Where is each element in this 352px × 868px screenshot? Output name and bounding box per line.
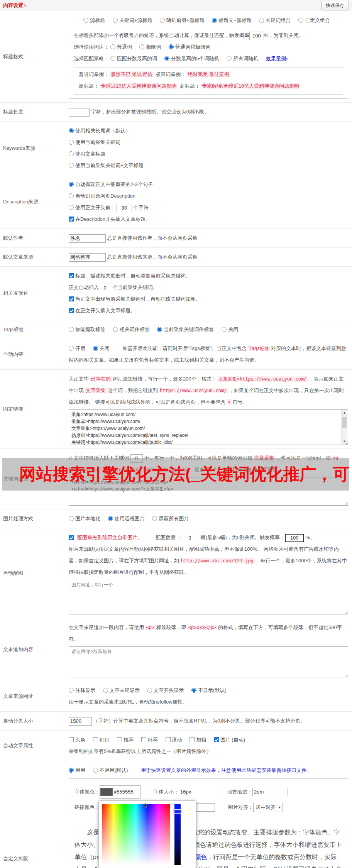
radio-body-prefix[interactable]: 使用正文开头前: [69, 205, 110, 210]
image-align-select[interactable]: 居中对齐 ▾: [253, 803, 283, 812]
trigger-probability-input[interactable]: [249, 32, 264, 40]
image-count-input[interactable]: [181, 534, 199, 542]
title-length-label: 标题长度: [0, 108, 69, 115]
checkbox-featured[interactable]: 特荐: [141, 737, 158, 743]
color-gradient-area[interactable]: +: [102, 804, 170, 865]
radio-localize-images[interactable]: 图片本地化: [69, 516, 100, 521]
font-size-input[interactable]: [179, 788, 214, 796]
resize-handle-icon[interactable]: [344, 673, 348, 677]
code-text: <p>: [145, 625, 156, 630]
radio-normal-words[interactable]: 普通词: [110, 44, 132, 50]
page-title: 内容设置: [3, 2, 23, 9]
desc-text: 个字符: [134, 205, 149, 210]
checkbox-headline[interactable]: 头条: [69, 737, 85, 743]
default-author-input[interactable]: [69, 234, 106, 243]
radio-current-keyword-tags[interactable]: 当前采集关键词作标签: [157, 327, 214, 332]
radio-all-random[interactable]: 所有词随机: [227, 56, 258, 61]
font-color-label: 字体颜色：: [74, 786, 100, 798]
checkbox-add-keywords-low-relevance[interactable]: 标题、描述相关度低时，自动添加当前采集关键词。: [69, 273, 191, 279]
row-title-length: 标题长度 字符，超出部分将被强制截断。留空或设为0则不限。: [0, 103, 352, 122]
checkbox-icon: [117, 737, 122, 742]
code-text: 文章采集>https://www.ucaiyun.com/: [217, 376, 308, 382]
insert-keyword-count-input[interactable]: [99, 284, 111, 292]
radio-custom-combo[interactable]: 自定义组合: [298, 17, 330, 23]
pagination-label: 自动分页大小: [0, 717, 69, 724]
font-color-input[interactable]: [113, 786, 140, 798]
append-content-placeholder: 请使用<p>段落标签: [71, 648, 345, 655]
tags-label: Tags标签: [0, 326, 69, 333]
radio-icon: [191, 688, 196, 693]
append-content-textarea[interactable]: 请使用<p>段落标签: [69, 646, 348, 677]
radio-remote-images[interactable]: 使用远程图片: [108, 516, 145, 521]
radio-extreme-words[interactable]: 极限词: [139, 44, 161, 50]
radio-autolink-off[interactable]: 关闭: [93, 345, 110, 351]
radio-show-at-start[interactable]: 文章开头显示: [147, 687, 184, 693]
checkbox-slideshow[interactable]: 幻灯: [93, 737, 110, 743]
radio-layout-disable[interactable]: 不启用(默认): [93, 767, 128, 773]
radio-top5-random[interactable]: 分数最高的5个词随机: [164, 56, 219, 61]
chevron-down-icon[interactable]: »: [281, 58, 293, 60]
checkbox-recommend[interactable]: 推荐: [117, 737, 134, 743]
default-source-input[interactable]: [69, 253, 106, 262]
radio-keywords-plus-title[interactable]: 使用当前采集关键词+文章标题: [69, 162, 144, 168]
row-relevance: 相关度优化 标题、描述相关度低时，自动添加当前采集关键词。 正文自动插入 个当前…: [0, 267, 352, 320]
radio-hide-source[interactable]: 不显示(默认): [191, 687, 227, 693]
radio-block-images[interactable]: 屏蔽所有图片: [152, 516, 189, 521]
radio-random-prefix-title[interactable]: 随机前缀+源标题: [160, 17, 205, 23]
pagination-size-input[interactable]: [69, 717, 92, 726]
radio-both-words[interactable]: 普通词和极限词: [169, 44, 210, 50]
radio-show-at-end[interactable]: 文章末尾显示: [103, 687, 140, 693]
scrollbar-thumb[interactable]: [342, 417, 347, 428]
row-autolink: 自动内链 开启 关闭 如需开启此功能，请同时开启“Tags标签”。当正文中包含T…: [0, 339, 352, 370]
code-text: https://www.ucaiyun.com/: [159, 388, 228, 393]
desc-text: 正文自动插入: [69, 284, 99, 290]
radio-current-keywords[interactable]: 使用当前采集关键词: [69, 139, 120, 145]
radio-highest-score[interactable]: 匹配分数最高的词: [110, 56, 157, 61]
radio-show-as-comment[interactable]: 注释显示: [69, 687, 95, 693]
radio-autolink-on[interactable]: 开启: [69, 345, 85, 351]
title-length-input[interactable]: [69, 108, 90, 117]
radio-article-title[interactable]: 使用文章标题: [69, 151, 105, 157]
radio-related-word-tags[interactable]: 相关词作标签: [113, 327, 150, 332]
radio-keyword-source-title[interactable]: 关键词+源标题: [113, 17, 152, 23]
auto-image-label: 自动配图: [0, 570, 69, 577]
radio-layout-enable[interactable]: 启用: [69, 767, 85, 773]
radio-icon: [108, 516, 113, 521]
collapse-icon[interactable]: »: [23, 4, 28, 7]
font-color-swatch[interactable]: [100, 788, 113, 796]
layout-note: 用于快速设置文章的外观显示效果，注意使用此功能需安装最新版接口文件。: [141, 767, 311, 773]
desc-text: 符号。: [232, 399, 247, 405]
radio-source-title[interactable]: 源标题: [83, 17, 105, 23]
font-color-field[interactable]: [100, 785, 140, 799]
radio-tags-off[interactable]: 关闭: [222, 327, 238, 332]
resize-handle-icon[interactable]: [344, 610, 348, 614]
radio-longtail-combo[interactable]: 长尾词组合: [259, 17, 291, 23]
checkbox-bold[interactable]: 加粗: [190, 737, 206, 743]
radio-related-longtail[interactable]: 使用相关长尾词（默认）: [69, 128, 130, 134]
scrollbar[interactable]: ▲ ▼: [341, 410, 347, 444]
radio-auto-extract-sentences[interactable]: 自动提取正文中最重要的2-3个句子: [69, 181, 153, 187]
color-picker-cursor-icon[interactable]: +: [143, 800, 149, 811]
image-urls-textarea[interactable]: 图片网址，每行一个: [69, 580, 348, 614]
desc-text: 选择使用词库：: [74, 44, 109, 50]
radio-original-description[interactable]: 自动识别原网页Description: [69, 193, 135, 199]
checkbox-insert-title-body[interactable]: 在正文开头插入文章标题。: [69, 308, 135, 313]
radio-smart-tags[interactable]: 智能提取标签: [69, 327, 105, 332]
radio-clickbait-title[interactable]: 标题党+源标题: [212, 17, 252, 23]
checkbox-image-auto[interactable]: 图片 (自动): [214, 737, 245, 743]
checkbox-bold-keywords[interactable]: 当正文中出现当前采集关键词时，自动把该关键词加粗。: [69, 296, 201, 302]
prefix-chars-input[interactable]: [117, 204, 132, 212]
slider-handle[interactable]: [174, 809, 181, 814]
quick-save-button[interactable]: 快速保存: [321, 1, 349, 10]
header-bar: 内容设置 » 快速保存: [0, 0, 352, 11]
indent-input[interactable]: [252, 788, 288, 796]
checkbox-delete-original-images[interactable]: 配图前先删除原文自带图片。: [69, 535, 144, 540]
image-probability-input[interactable]: [285, 534, 304, 542]
scroll-up-icon[interactable]: ▲: [342, 410, 347, 416]
checkbox-insert-title-description[interactable]: 在Description开头插入文章标题。: [69, 216, 151, 222]
checkbox-scroll[interactable]: 滚动: [166, 737, 182, 743]
color-value-slider[interactable]: [174, 804, 181, 865]
fixed-links-textarea[interactable]: 采集>https://www.ucaiyun.com/ 采集器>https://…: [69, 409, 348, 445]
resize-handle-icon[interactable]: [344, 501, 348, 505]
radio-icon: [110, 44, 115, 49]
